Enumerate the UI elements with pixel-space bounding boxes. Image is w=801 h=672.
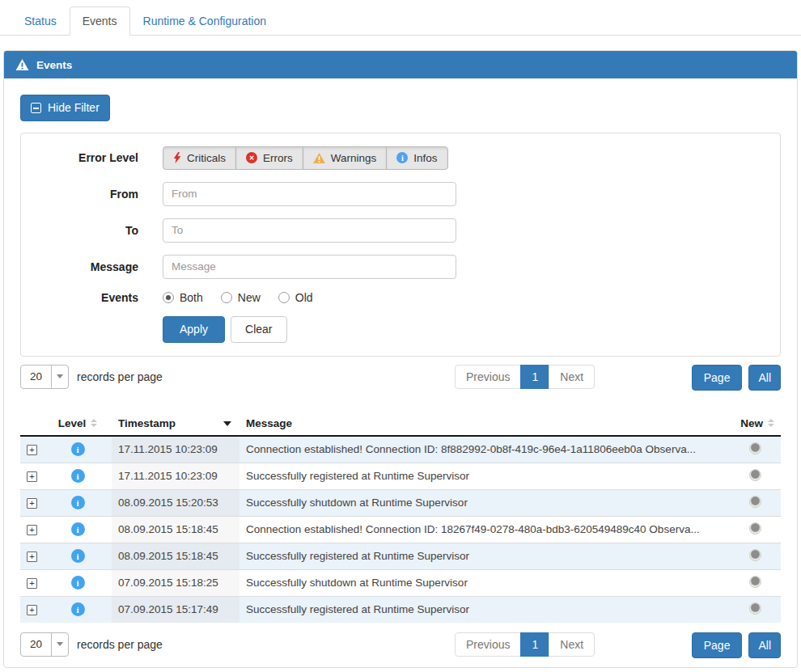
- tab-events[interactable]: Events: [70, 6, 130, 36]
- page-scope-button[interactable]: Page: [692, 632, 743, 659]
- chevron-down-icon: [51, 633, 68, 656]
- events-table: Level Timestamp Message: [20, 412, 781, 623]
- timestamp-cell: 08.09.2015 15:20:53: [112, 489, 239, 516]
- expand-row-icon[interactable]: [27, 552, 37, 562]
- hide-filter-button[interactable]: Hide Filter: [20, 95, 110, 121]
- expand-row-icon[interactable]: [27, 498, 37, 509]
- scope-buttons: Page All: [692, 365, 781, 391]
- level-column-header[interactable]: Level: [44, 412, 112, 436]
- table-row: 08.09.2015 15:18:45 Connection establish…: [20, 516, 781, 543]
- message-cell: Connection established! Connection ID: 1…: [239, 516, 729, 543]
- timestamp-header-label: Timestamp: [118, 417, 176, 429]
- from-row: From: [21, 182, 780, 206]
- page-1-button[interactable]: 1: [520, 365, 549, 389]
- panel-header: Events: [4, 51, 797, 78]
- expand-row-icon[interactable]: [27, 471, 37, 482]
- error-level-label: Error Level: [21, 151, 163, 164]
- info-level-icon: [71, 602, 85, 616]
- radio-old[interactable]: Old: [278, 291, 313, 304]
- info-level-icon: [71, 522, 85, 536]
- sort-desc-icon: [223, 421, 231, 426]
- panel-title: Events: [36, 59, 72, 71]
- to-input[interactable]: [163, 218, 456, 243]
- expand-column-header: [20, 412, 44, 436]
- radio-both-label: Both: [180, 291, 203, 304]
- all-scope-button[interactable]: All: [748, 632, 781, 659]
- page-1-button[interactable]: 1: [520, 632, 549, 657]
- to-row: To: [21, 218, 780, 243]
- page-size-value: 20: [21, 633, 51, 656]
- events-label: Events: [21, 291, 163, 304]
- table-row: 08.09.2015 15:18:45 Successfully registe…: [20, 543, 781, 569]
- message-label: Message: [21, 260, 163, 273]
- new-flag-radio[interactable]: [749, 469, 761, 481]
- page-size-group: 20 records per page: [20, 632, 781, 657]
- new-flag-radio[interactable]: [749, 522, 761, 535]
- all-scope-button[interactable]: All: [748, 365, 781, 391]
- page: Status Events Runtime & Configuration Ev…: [0, 0, 801, 672]
- events-radio-group: Both New Old: [163, 291, 313, 304]
- new-flag-radio[interactable]: [749, 549, 761, 561]
- collapse-icon: [31, 103, 41, 113]
- page-scope-button[interactable]: Page: [692, 365, 743, 391]
- new-flag-radio[interactable]: [749, 602, 761, 615]
- warnings-toggle-button[interactable]: Warnings: [303, 146, 388, 170]
- timestamp-cell: 17.11.2015 10:23:09: [112, 436, 239, 463]
- to-label: To: [21, 224, 163, 237]
- message-cell: Successfully shutdown at Runtime Supervi…: [239, 489, 729, 516]
- sort-both-icon: [91, 419, 97, 427]
- timestamp-cell: 07.09.2015 15:17:49: [112, 596, 239, 623]
- errors-toggle-button[interactable]: Errors: [235, 146, 303, 170]
- new-flag-radio[interactable]: [749, 442, 761, 454]
- table-row: 07.09.2015 15:18:25 Successfully shutdow…: [20, 569, 781, 596]
- page-size-select[interactable]: 20: [20, 632, 69, 657]
- events-radio-row: Events Both New Old: [21, 291, 780, 304]
- tab-status[interactable]: Status: [11, 6, 70, 36]
- hide-filter-label: Hide Filter: [48, 101, 100, 115]
- filter-actions-row: Apply Clear: [21, 316, 780, 343]
- expand-row-icon[interactable]: [27, 605, 37, 615]
- table-row: 17.11.2015 10:23:09 Connection establish…: [20, 436, 781, 463]
- message-header-label: Message: [246, 417, 292, 429]
- info-level-icon: [71, 549, 85, 563]
- criticals-toggle-button[interactable]: Criticals: [163, 146, 236, 170]
- new-flag-radio[interactable]: [749, 576, 761, 588]
- timestamp-cell: 07.09.2015 15:18:25: [112, 569, 239, 596]
- filter-panel: Error Level Criticals Errors: [20, 133, 781, 357]
- expand-row-icon[interactable]: [27, 445, 37, 455]
- message-cell: Successfully registered at Runtime Super…: [239, 596, 729, 623]
- radio-new[interactable]: New: [221, 291, 261, 304]
- next-page-button[interactable]: Next: [549, 632, 595, 657]
- apply-button[interactable]: Apply: [163, 316, 225, 343]
- previous-page-button[interactable]: Previous: [455, 365, 521, 389]
- radio-both[interactable]: Both: [163, 291, 203, 304]
- next-page-button[interactable]: Next: [549, 365, 595, 389]
- info-level-icon: [71, 469, 85, 483]
- table-row: 17.11.2015 10:23:09 Successfully registe…: [20, 463, 781, 489]
- message-cell: Successfully shutdown at Runtime Supervi…: [239, 569, 729, 596]
- table-row: 07.09.2015 15:17:49 Successfully registe…: [20, 596, 781, 623]
- clear-button[interactable]: Clear: [231, 316, 286, 343]
- message-cell: Connection established! Connection ID: 8…: [239, 436, 729, 463]
- bottom-toolbar: 20 records per page Previous 1 Next Page…: [20, 632, 781, 658]
- expand-row-icon[interactable]: [27, 525, 37, 535]
- info-level-icon: [71, 496, 85, 509]
- new-flag-radio[interactable]: [749, 496, 761, 508]
- message-column-header: Message: [239, 412, 729, 436]
- info-level-icon: [71, 442, 85, 456]
- tab-bar: Status Events Runtime & Configuration: [0, 0, 801, 36]
- page-size-select[interactable]: 20: [20, 365, 69, 389]
- timestamp-column-header[interactable]: Timestamp: [112, 412, 239, 436]
- error-level-button-group: Criticals Errors Warning: [163, 146, 448, 170]
- criticals-label: Criticals: [187, 152, 226, 164]
- new-column-header[interactable]: New: [729, 412, 781, 436]
- message-input[interactable]: [163, 255, 456, 279]
- infos-toggle-button[interactable]: Infos: [386, 146, 447, 170]
- from-input[interactable]: [163, 182, 456, 206]
- warning-triangle-icon: [15, 59, 29, 70]
- tab-runtime-configuration[interactable]: Runtime & Configuration: [130, 6, 280, 36]
- expand-row-icon[interactable]: [27, 578, 37, 589]
- infos-label: Infos: [413, 152, 437, 164]
- previous-page-button[interactable]: Previous: [455, 632, 521, 657]
- top-toolbar: 20 records per page Previous 1 Next Page…: [20, 365, 781, 391]
